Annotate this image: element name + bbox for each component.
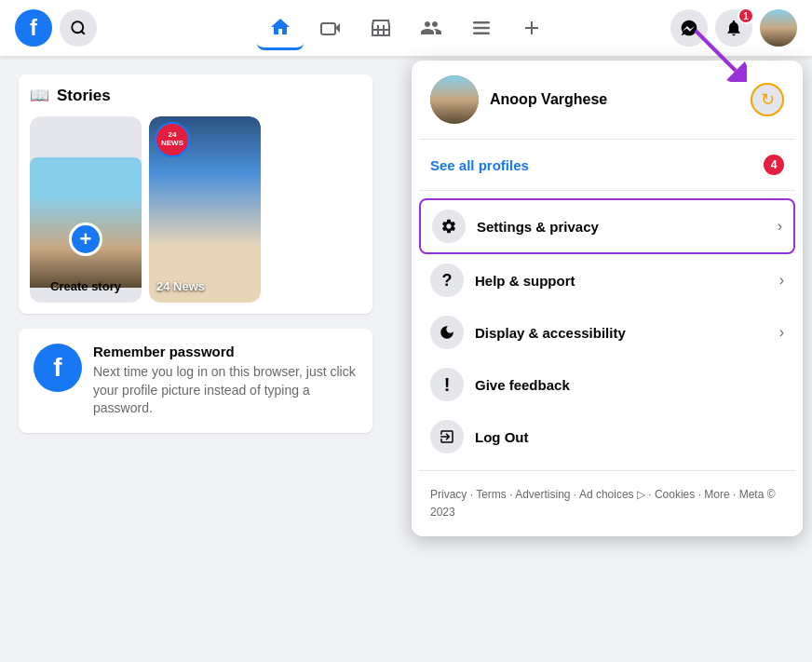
left-column: 📖 Stories + Create story 24N xyxy=(19,74,372,433)
nav-marketplace-button[interactable] xyxy=(358,6,404,50)
stories-header: 📖 Stories xyxy=(30,86,361,105)
nav-groups-button[interactable] xyxy=(408,6,454,50)
settings-privacy-item[interactable]: Settings & privacy › xyxy=(419,198,795,254)
dropdown-menu: Anoop Varghese ↻ See all profiles 4 Sett… xyxy=(412,61,803,536)
display-left: Display & accessibility xyxy=(430,316,626,349)
see-all-profiles-label: See all profiles xyxy=(430,157,529,173)
user-name: Anoop Varghese xyxy=(490,91,607,108)
help-left: ? Help & support xyxy=(430,263,575,297)
notifications-button[interactable]: 1 xyxy=(715,9,752,47)
remember-text: Remember password Next time you log in o… xyxy=(93,344,358,418)
display-chevron: › xyxy=(779,324,784,341)
remember-title: Remember password xyxy=(93,344,358,359)
svg-line-1 xyxy=(81,31,84,34)
notification-badge: 1 xyxy=(738,7,754,24)
nav-menu-button[interactable] xyxy=(458,6,505,50)
svg-rect-5 xyxy=(473,21,490,24)
divider-2 xyxy=(419,190,795,191)
nav-center xyxy=(164,6,648,50)
settings-label: Settings & privacy xyxy=(477,219,599,235)
svg-rect-2 xyxy=(321,23,335,34)
news-story-label: 24 News xyxy=(156,279,205,293)
display-label: Display & accessibility xyxy=(475,325,626,341)
facebook-icon-circle: f xyxy=(34,344,82,392)
display-icon xyxy=(430,316,464,349)
nav-right: 1 👤 xyxy=(648,9,797,47)
news-story-card[interactable]: 24NEWS 24 News xyxy=(149,116,261,303)
footer-advertising[interactable]: Advertising xyxy=(515,488,570,501)
user-avatar xyxy=(430,75,479,124)
user-row[interactable]: Anoop Varghese ↻ xyxy=(419,68,795,131)
create-story-card[interactable]: + Create story xyxy=(30,116,142,303)
stories-title: 📖 Stories xyxy=(30,86,111,105)
feedback-icon: ! xyxy=(430,368,464,401)
settings-icon xyxy=(432,209,466,243)
nav-plus-button[interactable] xyxy=(508,6,555,50)
stories-grid: + Create story 24NEWS 24 News xyxy=(30,116,361,303)
navbar: f 1 xyxy=(0,0,812,56)
footer-more[interactable]: More xyxy=(704,488,729,501)
svg-rect-7 xyxy=(473,33,490,35)
see-all-profiles-row[interactable]: See all profiles 4 xyxy=(419,147,795,182)
give-feedback-item[interactable]: ! Give feedback xyxy=(419,358,795,411)
footer-adchoices[interactable]: Ad choices ▷ xyxy=(579,488,645,501)
nav-video-button[interactable] xyxy=(307,6,354,50)
feedback-left: ! Give feedback xyxy=(430,368,570,401)
help-label: Help & support xyxy=(475,273,575,289)
remember-password-section: f Remember password Next time you log in… xyxy=(19,329,372,433)
profiles-badge: 4 xyxy=(764,155,784,175)
nav-left: f xyxy=(15,9,164,47)
nav-home-button[interactable] xyxy=(257,6,304,50)
footer-links: Privacy · Terms · Advertising · Ad choic… xyxy=(419,479,795,529)
facebook-logo[interactable]: f xyxy=(15,9,52,47)
display-accessibility-item[interactable]: Display & accessibility › xyxy=(419,306,795,358)
stories-label: Stories xyxy=(57,87,111,105)
stories-icon: 📖 xyxy=(30,86,49,105)
settings-left: Settings & privacy xyxy=(432,209,599,243)
help-icon: ? xyxy=(430,263,464,297)
footer-cookies[interactable]: Cookies xyxy=(655,488,695,501)
svg-rect-6 xyxy=(473,27,490,30)
remember-description: Next time you log in on this browser, ju… xyxy=(93,363,358,418)
refresh-icon[interactable]: ↻ xyxy=(751,83,784,116)
settings-chevron: › xyxy=(778,218,782,235)
divider-3 xyxy=(419,470,795,471)
user-info: Anoop Varghese xyxy=(430,75,607,124)
footer-privacy[interactable]: Privacy xyxy=(430,488,467,501)
logout-label: Log Out xyxy=(475,429,528,445)
logout-left: Log Out xyxy=(430,420,528,453)
messenger-button[interactable] xyxy=(670,9,708,47)
search-button[interactable] xyxy=(60,9,97,47)
help-chevron: › xyxy=(779,272,784,289)
feedback-label: Give feedback xyxy=(475,377,570,393)
create-story-label: Create story xyxy=(30,279,142,293)
svg-point-0 xyxy=(72,21,83,33)
footer-terms[interactable]: Terms xyxy=(476,488,507,501)
stories-section: 📖 Stories + Create story 24N xyxy=(19,74,372,314)
divider-1 xyxy=(419,139,795,140)
profile-avatar-nav[interactable]: 👤 xyxy=(760,9,797,47)
logout-icon xyxy=(430,420,464,453)
create-story-plus-icon: + xyxy=(69,223,102,256)
help-support-item[interactable]: ? Help & support › xyxy=(419,254,795,306)
logout-item[interactable]: Log Out xyxy=(419,411,795,463)
